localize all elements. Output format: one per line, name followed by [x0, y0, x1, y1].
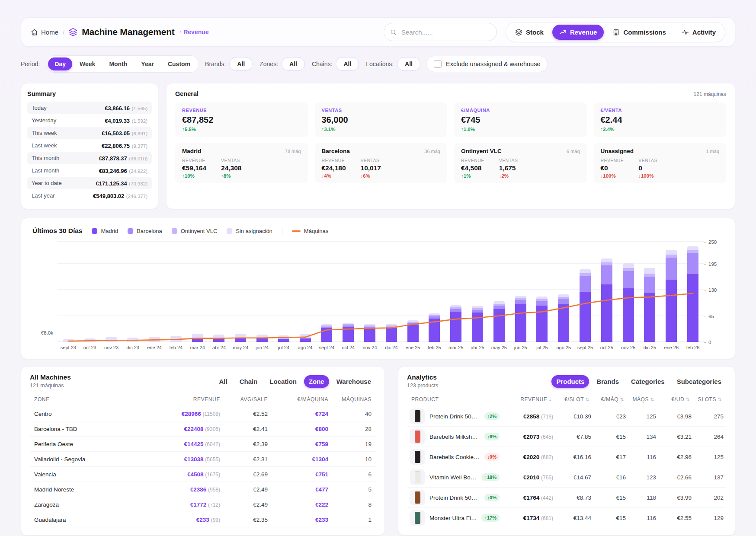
period-year-button[interactable]: Year	[135, 57, 160, 70]
filter-zones-value[interactable]: All	[282, 57, 305, 71]
machines-row-valladolid-segovia[interactable]: Valladolid - Segovia€13038 (5655)€2.31€1…	[30, 452, 376, 467]
nav-activity-button[interactable]: Activity	[675, 25, 723, 40]
machines-tab-zone[interactable]: Zone	[304, 375, 329, 388]
analytics-tab-categories[interactable]: Categories	[626, 375, 670, 388]
filter-brands-value[interactable]: All	[229, 57, 253, 71]
zone-revenue: €1772 (712)	[155, 501, 220, 508]
analytics-col-máq[interactable]: €/MÁQ⇅	[589, 396, 624, 402]
bar-stack	[63, 339, 74, 342]
analytics-col-revenue[interactable]: REVENUE↓	[498, 396, 551, 402]
analytics-col-máqs[interactable]: MÁQS⇅	[624, 396, 654, 402]
bar-segment-madrid	[321, 328, 332, 342]
zone-revenue-value: €14425	[184, 441, 203, 447]
period-custom-button[interactable]: Custom	[161, 57, 197, 70]
period-week-button[interactable]: Week	[73, 57, 102, 70]
summary-value-wrap: €16,503.05 (6,691)	[102, 129, 147, 137]
zone-revenue-value: €2386	[190, 486, 207, 493]
general-panel: General 121 máquinas REVENUE€87,852↑5.5%…	[166, 83, 735, 209]
machines-tab-warehouse[interactable]: Warehouse	[332, 375, 376, 388]
period-month-button[interactable]: Month	[103, 57, 134, 70]
machines-row-guadalajara[interactable]: Guadalajara€233 (99)€2.35€2331	[30, 512, 376, 527]
chart-title: Últimos 30 Días	[32, 227, 82, 235]
summary-count: (246,377)	[126, 194, 147, 199]
x-label: ene 24	[144, 345, 165, 350]
city-machine-count: 36 máq	[424, 149, 440, 154]
bar-segment-madrid	[536, 306, 548, 342]
machines-row-barcelona-tbd[interactable]: Barcelona - TBD€22408 (9305)€2.41€80028	[30, 421, 376, 437]
machines-row-madrid-noreste[interactable]: Madrid Noreste€2386 (958)€2.49€4775	[30, 482, 376, 497]
kpi-value: €87,852	[182, 115, 301, 125]
filter-locations-value[interactable]: All	[397, 57, 420, 71]
analytics-column-header: PRODUCTREVENUE↓€/SLOT⇅€/MÁQ⇅MÁQS⇅€/UD⇅SL…	[407, 394, 726, 406]
col-label: REVENUE	[520, 396, 547, 402]
analytics-row-monster-ultra-fiesta-500ml[interactable]: Monster Ultra Fiesta 500ml↑17%€1734 (681…	[407, 508, 726, 528]
nav-revenue-button[interactable]: Revenue	[552, 25, 604, 40]
analytics-row-protein-drink-500ml-cook[interactable]: Protein Drink 500ml Cook...↑2%€2858 (719…	[407, 406, 726, 427]
zone-revenue-value: €4508	[187, 471, 204, 478]
nav-stock-button[interactable]: Stock	[508, 25, 551, 40]
machines-tab-location[interactable]: Location	[265, 375, 301, 388]
zone-revenue: €4508 (1675)	[155, 471, 220, 478]
product-per-slot: €7.85	[553, 434, 591, 440]
filter-chains-value[interactable]: All	[336, 57, 359, 71]
analytics-tab-brands[interactable]: Brands	[592, 375, 624, 388]
analytics-tab-products[interactable]: Products	[551, 375, 589, 388]
zone-revenue-value: €28966	[182, 411, 201, 417]
metric-label: VENTAS	[361, 158, 381, 163]
analytics-row-barebells-cookies-caramel[interactable]: Barebells Cookies&Caramel↓0%€2020 (682)€…	[407, 447, 726, 467]
analytics-col-slot[interactable]: €/SLOT⇅	[551, 396, 589, 402]
analytics-col-ud[interactable]: €/UD⇅	[654, 396, 690, 402]
analytics-col-slots[interactable]: SLOTS⇅	[690, 396, 722, 402]
bar-segment-madrid	[256, 338, 268, 342]
summary-count: (1,592)	[132, 118, 147, 124]
period-day-button[interactable]: Day	[48, 57, 72, 70]
bar-stack	[192, 334, 203, 342]
summary-value: €549,803.02	[93, 193, 124, 199]
nav-commissions-button[interactable]: Commissions	[605, 25, 673, 40]
zone-avg-sale: €2.39	[220, 441, 268, 447]
bar-stack	[235, 334, 246, 342]
breadcrumb: Home / Machine Management · Revenue	[31, 27, 209, 37]
machines-tab-all[interactable]: All	[215, 375, 232, 388]
bar-oct-23	[79, 338, 101, 342]
city-card-head: Unassigned1 máq	[601, 148, 720, 154]
machines-row-zaragoza[interactable]: Zaragoza€1772 (712)€2.49€2228	[30, 497, 376, 512]
filter-dropdowns: Brands:AllZones:AllChains:AllLocations:A…	[205, 57, 420, 71]
zone-per-machine: €800	[268, 426, 328, 432]
machines-row-centro[interactable]: Centro€28966 (11508)€2.52€72440	[30, 406, 376, 421]
machines-row-valencia[interactable]: Valencia€4508 (1675)€2.69€7516	[30, 467, 376, 482]
summary-value: €87,878.37	[99, 155, 127, 162]
home-link[interactable]: Home	[31, 29, 58, 36]
product-slots: 275	[692, 413, 724, 420]
bar-stack	[687, 246, 698, 342]
x-label: mar 25	[445, 345, 467, 350]
analytics-tab-subcategories[interactable]: Subcategories	[672, 375, 726, 388]
bar-segment-sin-asignación	[170, 336, 182, 342]
bar-stack	[343, 323, 354, 342]
metric-change: ↓100%	[601, 173, 624, 179]
search-input[interactable]	[400, 28, 490, 36]
machines-tab-chain[interactable]: Chain	[235, 375, 263, 388]
bar-dic-24	[381, 324, 402, 342]
search-box[interactable]	[384, 23, 497, 41]
bar-segment-sin-asignación	[580, 269, 591, 273]
product-name: Monster Ultra Fiesta 500ml	[429, 515, 477, 521]
summary-row-last-month: Last month€83,246.96 (34,922)	[27, 164, 152, 177]
exclude-checkbox[interactable]	[434, 60, 442, 68]
change-badge: ↑17%	[481, 514, 500, 522]
machines-row-periferia-oeste[interactable]: Periferia Oeste€14425 (6042)€2.39€75919	[30, 437, 376, 452]
bar-segment-barcelona	[623, 271, 634, 288]
x-label: nov 24	[359, 345, 381, 350]
bar-stack	[300, 334, 311, 342]
col-label: €/MÁQ	[601, 396, 618, 402]
x-label: feb 24	[165, 345, 187, 350]
bar-stack	[666, 250, 677, 342]
exclude-filter[interactable]: Exclude unassigned & warehouse	[426, 56, 548, 72]
analytics-row-protein-drink-500ml-vainilla[interactable]: Protein Drink 500ml Vainilla↑0%€1764 (44…	[407, 488, 726, 508]
city-card-unassigned: Unassigned1 máqREVENUE€0↓100%VENTAS0↓100…	[594, 143, 727, 183]
zone-revenue-units: (99)	[211, 517, 220, 523]
filter-zones: Zones:All	[259, 57, 305, 71]
zone-name: Valladolid - Segovia	[34, 456, 155, 463]
analytics-row-barebells-milkshake-stra[interactable]: Barebells Milkshake stra...↑6%€2073 (645…	[407, 427, 726, 447]
analytics-row-vitamin-well-boost-aránd[interactable]: Vitamin Well Boost Aránd...↑18%€2010 (75…	[407, 467, 726, 488]
